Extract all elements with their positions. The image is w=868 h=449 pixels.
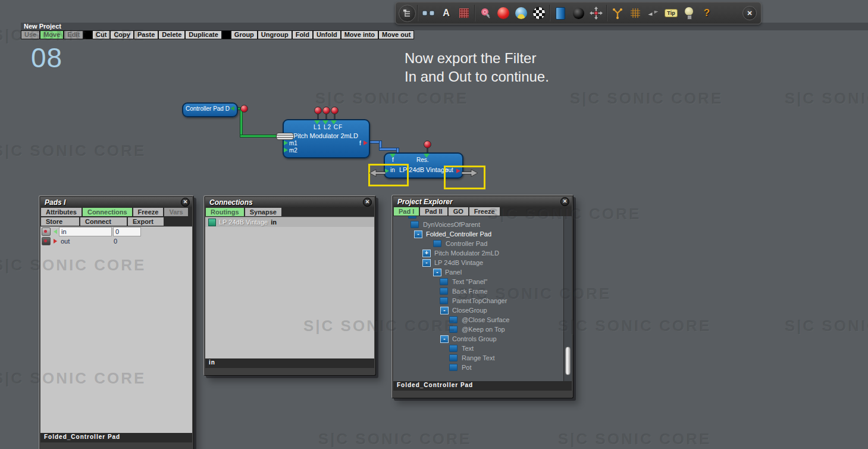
pitch-output-f-label: f [359,140,361,146]
output-port-f[interactable] [364,141,368,145]
tree-item-pot[interactable]: Pot [393,363,563,372]
glasses-icon[interactable] [419,4,437,23]
hint-bulb-icon[interactable] [680,4,698,23]
collapse-icon[interactable]: - [440,335,449,343]
tab-synapse[interactable]: Synapse [245,208,281,216]
help-label: ? [704,7,710,19]
grid-tool-icon[interactable] [626,4,644,23]
cut-button[interactable]: Cut [93,31,109,39]
tree-item-label: DynVoicesOfParent [423,221,480,228]
tree-item-closegroup[interactable]: -CloseGroup [393,305,563,315]
collapse-icon[interactable]: - [422,259,431,267]
tree-item-close-surface[interactable]: @Close Surface [393,315,563,325]
tab-pad-2[interactable]: Pad II [420,207,447,216]
edit-button[interactable]: Edit [64,31,83,39]
input-port-m2[interactable] [284,148,288,152]
patch-pin[interactable] [314,107,322,114]
paste-button[interactable]: Paste [134,31,158,39]
black-sphere-icon[interactable] [569,4,587,23]
rose-icon[interactable] [477,4,494,23]
tree-item-range-text[interactable]: Range Text [393,353,563,363]
controller-pad-label: Controller Pad D [186,105,230,112]
explorer-scrollbar-thumb[interactable] [565,347,571,375]
module-icon [449,326,457,333]
pad-name-cell[interactable]: in [59,227,112,236]
pads-window: Pads I ✕ Attributes Connections Freeze V… [39,195,194,449]
blue-panel-icon[interactable] [551,4,569,23]
tab-freeze[interactable]: Freeze [133,208,164,216]
unfold-button[interactable]: Unfold [314,31,340,39]
tree-item-back-frame[interactable]: Back Frame [393,286,563,296]
move-tool-icon[interactable] [587,4,605,23]
expand-icon[interactable]: + [422,250,431,257]
duplicate-button[interactable]: Duplicate [186,31,221,39]
red-ball-icon[interactable] [494,4,512,23]
connections-titlebar[interactable]: Connections ✕ [205,197,374,207]
input-port-m1[interactable] [284,141,288,145]
help-icon[interactable]: ? [698,4,716,23]
outline-tree-icon[interactable] [398,4,416,23]
tab-store[interactable]: Store [41,217,79,226]
pad-name-cell[interactable]: out [59,237,111,245]
tab-freeze-explorer[interactable]: Freeze [469,207,500,216]
pad-value-cell[interactable]: 0 [113,227,141,236]
tree-item-text[interactable]: Text [393,344,563,353]
explorer-close-icon[interactable]: ✕ [560,197,569,206]
toolbar-close-icon[interactable]: ✕ [741,4,759,23]
connection-row[interactable]: LP 24dB Vintage in [205,217,374,227]
group-button[interactable]: Group [231,31,257,39]
pads-titlebar[interactable]: Pads I ✕ [40,197,192,207]
connection-module-label: LP 24dB Vintage [219,219,268,226]
tree-item-label: @Keep on Top [462,326,505,333]
collapse-icon[interactable]: - [433,269,441,276]
tab-vars[interactable]: Vars [164,208,187,216]
patch-pin[interactable] [424,141,431,148]
controller-pad-input-port[interactable] [230,106,234,111]
tab-connections[interactable]: Connections [83,208,132,216]
branch-tool-icon[interactable] [609,4,626,23]
explorer-titlebar[interactable]: Project Explorer ✕ [393,197,572,207]
tree-item-controller-pad[interactable]: Controller Pad [393,239,563,248]
move-into-button[interactable]: Move into [341,31,378,39]
tree-item-text-panel[interactable]: Text "Panel" [393,277,563,286]
copy-button[interactable]: Copy [111,31,133,39]
use-button[interactable]: Use [21,31,39,39]
tree-item-dynvoices[interactable]: DynVoicesOfParent [393,220,563,229]
tab-export[interactable]: Export [128,217,164,226]
grid-frame-icon[interactable] [455,4,473,23]
patch-pin[interactable] [322,107,330,114]
collapse-icon[interactable]: - [440,307,449,314]
tip-icon[interactable]: Tip [662,4,680,23]
move-out-button[interactable]: Move out [379,31,413,39]
tree-item-pitch-modulator[interactable]: +Pitch Modulator 2mLD [393,248,563,258]
toy-ball-icon[interactable] [512,4,530,23]
tree-item-folded-controller-pad[interactable]: -Folded_Controller Pad [393,229,563,239]
input-direction-icon [54,229,57,234]
patch-pin[interactable] [331,107,339,114]
connector-tool-icon[interactable] [644,4,662,23]
connections-close-icon[interactable]: ✕ [363,198,372,207]
pads-close-icon[interactable]: ✕ [181,198,190,207]
tab-connect[interactable]: Connect [80,217,127,226]
tree-item-panel[interactable]: -Panel [393,267,563,277]
explorer-scrollbar[interactable] [563,216,572,381]
tree-item-parenttopchanger[interactable]: ParentTopChanger [393,296,563,305]
tab-pad-1[interactable]: Pad I [394,207,419,216]
fold-button[interactable]: Fold [293,31,312,39]
collapse-icon[interactable]: - [414,230,422,238]
tab-routings[interactable]: Routings [206,208,244,216]
delete-button[interactable]: Delete [159,31,184,39]
tree-item-keep-on-top[interactable]: @Keep on Top [393,325,563,334]
tab-attributes[interactable]: Attributes [41,208,82,216]
ungroup-button[interactable]: Ungroup [258,31,292,39]
patch-pin[interactable] [240,105,248,113]
tab-go[interactable]: GO [449,207,468,216]
tree-item-lp-filter[interactable]: -LP 24dB Vintage [393,258,563,267]
text-tool-icon[interactable]: A [437,4,455,23]
checker-ball-icon[interactable] [530,4,548,23]
pad-row-in[interactable]: in 0 [40,227,192,236]
tree-item-controls-group[interactable]: -Controls Group [393,334,563,344]
pad-value-cell[interactable]: 0 [112,237,139,245]
move-button[interactable]: Move [40,31,63,39]
pad-row-out[interactable]: out 0 [40,236,192,246]
